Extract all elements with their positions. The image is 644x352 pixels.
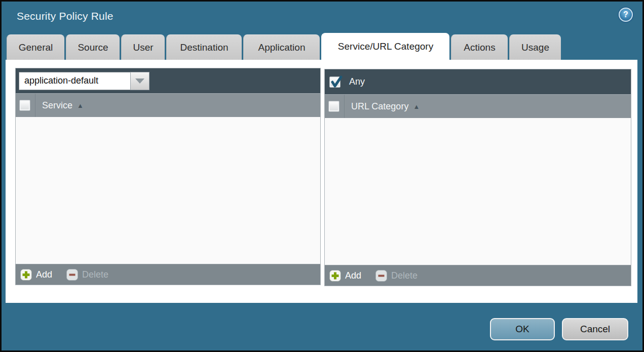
tab-application[interactable]: Application <box>243 34 320 60</box>
url-category-delete-button[interactable]: Delete <box>375 270 418 282</box>
service-add-button[interactable]: Add <box>20 269 52 281</box>
service-toolbar <box>16 68 320 93</box>
url-category-panel: Any URL Category ▲ Add <box>324 69 631 286</box>
service-select-all-checkbox[interactable] <box>19 100 30 111</box>
column-separator <box>344 95 345 118</box>
service-column-header-row: Service ▲ <box>16 93 320 117</box>
url-category-select-all-checkbox[interactable] <box>328 101 339 112</box>
help-icon[interactable]: ? <box>619 8 633 22</box>
checkmark-icon <box>330 75 343 89</box>
delete-icon <box>66 269 78 281</box>
cancel-button[interactable]: Cancel <box>562 318 628 340</box>
sort-ascending-icon[interactable]: ▲ <box>413 103 420 110</box>
url-category-toolbar: Any <box>325 69 631 94</box>
tab-general[interactable]: General <box>7 34 64 60</box>
delete-icon <box>375 270 387 282</box>
tab-user[interactable]: User <box>121 34 165 60</box>
service-type-dropdown-button[interactable] <box>130 72 149 90</box>
column-separator <box>35 94 35 117</box>
tab-destination[interactable]: Destination <box>166 34 242 60</box>
service-type-input[interactable] <box>19 72 130 90</box>
service-delete-button[interactable]: Delete <box>66 269 108 281</box>
tab-usage[interactable]: Usage <box>509 34 561 60</box>
delete-label: Delete <box>391 270 418 281</box>
sort-ascending-icon[interactable]: ▲ <box>77 102 84 109</box>
url-category-add-button[interactable]: Add <box>329 270 361 282</box>
tab-service-url-category[interactable]: Service/URL Category <box>321 33 449 60</box>
tab-actions[interactable]: Actions <box>451 34 508 60</box>
help-glyph: ? <box>623 10 628 19</box>
tab-page-body: Service ▲ Add Delet <box>6 60 637 303</box>
url-category-column-header-row: URL Category ▲ <box>325 94 631 118</box>
add-icon <box>329 270 341 282</box>
service-type-combobox[interactable] <box>19 72 149 90</box>
title-bar: Security Policy Rule ? <box>2 2 642 33</box>
tab-source[interactable]: Source <box>66 34 120 60</box>
any-label: Any <box>349 76 365 87</box>
dialog-title: Security Policy Rule <box>17 10 113 22</box>
service-footer: Add Delete <box>16 264 320 285</box>
service-list[interactable] <box>16 117 320 264</box>
chevron-down-icon <box>135 79 144 84</box>
add-icon <box>20 269 32 281</box>
url-category-column-label[interactable]: URL Category <box>351 101 408 112</box>
service-column-label[interactable]: Service <box>42 100 72 111</box>
security-policy-rule-dialog: Security Policy Rule ? General Source Us… <box>0 0 644 352</box>
ok-button[interactable]: OK <box>490 318 555 340</box>
tab-bar: General Source User Destination Applicat… <box>7 34 561 60</box>
delete-label: Delete <box>82 269 108 280</box>
add-label: Add <box>345 270 361 281</box>
url-category-list[interactable] <box>325 118 631 265</box>
service-panel: Service ▲ Add Delet <box>15 68 321 285</box>
url-category-footer: Add Delete <box>325 265 631 286</box>
any-checkbox[interactable] <box>329 76 340 88</box>
add-label: Add <box>36 269 52 280</box>
